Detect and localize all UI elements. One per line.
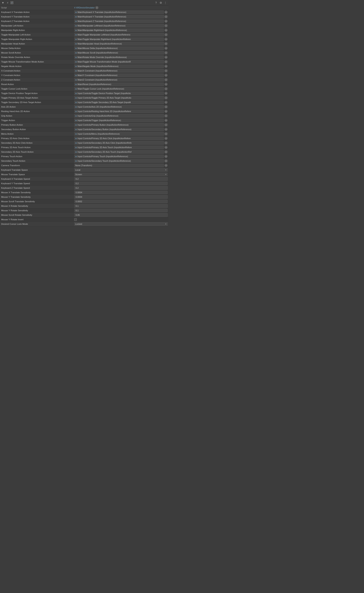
action-ref-box[interactable]: ⊕Main/Mouse Scroll (InputActionReference… <box>74 51 164 54</box>
overflow-icon[interactable]: ⋮ <box>164 1 167 5</box>
action-ref-box[interactable]: ⊕Main/X Constraint (InputActionReference… <box>74 69 164 73</box>
action-ref-box[interactable]: ⊕Input Controls/Primary 2D Axis Touch (I… <box>74 146 164 149</box>
table-row: Rotate Mode Override Action⊕Main/Rotate … <box>0 55 168 60</box>
row-value: ⊕Input Controls/Trigger (InputActionRefe… <box>73 118 168 122</box>
circle-select-btn[interactable]: ◎ <box>164 128 168 131</box>
circle-select-btn[interactable]: ◎ <box>164 146 168 149</box>
action-ref-box[interactable]: ⊕Main/Mouse Delta (InputActionReference) <box>74 47 164 50</box>
action-ref-box[interactable]: ⊕Main/Manipulate RightHand (InputActionR… <box>74 28 164 32</box>
circle-select-btn[interactable]: ◎ <box>164 74 168 77</box>
circle-select-btn[interactable]: ◎ <box>164 92 168 95</box>
circle-select-btn[interactable]: ◎ <box>164 60 168 63</box>
circle-select-btn[interactable]: ◎ <box>164 20 168 23</box>
table-row: Mouse Translate SpaceScreen▼ <box>0 172 168 177</box>
circle-select-btn[interactable]: ◎ <box>164 83 168 86</box>
action-ref-box[interactable]: ⊕Input Controls/Grip (InputActionReferen… <box>74 114 164 118</box>
circle-select-btn[interactable]: ◎ <box>164 132 168 135</box>
action-ref-box[interactable]: ⊕Input Controls/Secondary 2D Axis Touch … <box>74 150 164 154</box>
settings-icon[interactable]: ⚙ <box>159 1 162 5</box>
select-field[interactable]: Screen▼ <box>74 173 168 176</box>
circle-select-btn[interactable]: ◎ <box>164 155 168 158</box>
action-ref-box[interactable]: ⊕Input Controls/Toggle Device Position T… <box>74 92 164 95</box>
circle-select-btn[interactable]: ◎ <box>164 114 168 117</box>
action-ref-box[interactable]: ⊕Input Controls/Secondary 2D Axis Click … <box>74 141 164 145</box>
action-ref-box[interactable]: ⊕Main/Toggle Manipulate LeftHand (InputA… <box>74 33 164 36</box>
circle-select-btn[interactable]: ◎ <box>164 51 168 54</box>
circle-select-btn[interactable]: ◎ <box>164 15 168 18</box>
action-ref-box[interactable]: ⊕Main/Rotate Mode Override (InputActionR… <box>74 55 164 59</box>
circle-select-btn[interactable]: ◎ <box>95 6 98 9</box>
number-field[interactable]: 0.2 <box>74 182 168 185</box>
circle-select-btn[interactable]: ◎ <box>164 24 168 27</box>
action-ref-box[interactable]: ⊕Main/Z Constraint (InputActionReference… <box>74 78 164 81</box>
circle-select-btn[interactable]: ◎ <box>164 101 168 104</box>
circle-select-btn[interactable]: ◎ <box>164 11 168 14</box>
action-ref-box[interactable]: ⊕Input Controls/Resting Hand Axis 2D (In… <box>74 110 164 113</box>
circle-select-btn[interactable]: ◎ <box>164 42 168 45</box>
action-ref-box[interactable]: ⊕Input Controls/Trigger (InputActionRefe… <box>74 119 164 122</box>
action-ref-box[interactable]: ⊕Input Controls/Toggle Primary 2D Axis T… <box>74 96 164 100</box>
action-ref-box[interactable]: ⊕Main/Toggle Manipulate RightHand (Input… <box>74 37 164 41</box>
circle-select-btn[interactable]: ◎ <box>164 56 168 59</box>
circle-select-btn[interactable]: ◎ <box>164 110 168 113</box>
number-field[interactable]: 0.0004 <box>74 191 168 194</box>
circle-select-btn[interactable]: ◎ <box>164 119 168 122</box>
help-icon[interactable]: ? <box>154 1 158 5</box>
number-field[interactable]: 0.2 <box>74 186 168 190</box>
none-ref-box[interactable]: None (Transform) <box>74 164 164 167</box>
action-ref-icon: ⊕ <box>75 110 77 113</box>
action-ref-box[interactable]: ⊕Input Controls/Axis 2D (InputActionRefe… <box>74 105 164 109</box>
number-field[interactable]: 0.0004 <box>74 195 168 199</box>
circle-select-btn[interactable]: ◎ <box>164 137 168 140</box>
circle-select-btn[interactable]: ◎ <box>164 29 168 32</box>
circle-select-btn[interactable]: ◎ <box>164 96 168 99</box>
select-field[interactable]: Locked▼ <box>74 222 168 226</box>
action-ref-box[interactable]: ⊕Main/Keyboard Z Translate (InputActionR… <box>74 20 164 23</box>
action-ref-box[interactable]: ⊕Input Controls/Primary 2D Axis Click (I… <box>74 137 164 140</box>
action-ref-box[interactable]: ⊕Input Controls/Primary Button (InputAct… <box>74 123 164 127</box>
action-ref-text: Input Controls/Menu (InputActionReferenc… <box>78 133 163 135</box>
circle-select-btn[interactable]: ◎ <box>164 47 168 50</box>
circle-select-btn[interactable]: ◎ <box>164 159 168 162</box>
circle-select-btn[interactable]: ◎ <box>164 123 168 127</box>
row-value: Screen▼ <box>73 172 168 177</box>
action-ref-box[interactable]: ⊕Main/Keyboard X Translate (InputActionR… <box>74 10 164 14</box>
action-ref-box[interactable]: ⊕Main/Manipulate LeftHand (InputActionRe… <box>74 24 164 27</box>
checkbox-field[interactable] <box>74 218 77 221</box>
action-ref-box[interactable]: ⊕Main/Y Constraint (InputActionReference… <box>74 73 164 77</box>
row-value: ⊕Main/Keyboard X Translate (InputActionR… <box>73 10 168 14</box>
action-ref-box[interactable]: ⊕Main/Keyboard Y Translate (InputActionR… <box>74 15 164 18</box>
action-ref-box[interactable]: ⊕Input Controls/Primary Touch (InputActi… <box>74 155 164 158</box>
enabled-checkbox[interactable] <box>11 1 13 4</box>
table-row: Mouse Scroll Action⊕Main/Mouse Scroll (I… <box>0 51 168 55</box>
table-row: Y Constraint Action⊕Main/Y Constraint (I… <box>0 73 168 78</box>
action-ref-box[interactable]: ⊕Main/Negate Mode (InputActionReference) <box>74 65 164 68</box>
circle-select-btn[interactable]: ◎ <box>164 69 168 72</box>
circle-select-btn[interactable]: ◎ <box>164 78 168 81</box>
action-ref-box[interactable]: ⊕Input Controls/Secondary Touch (InputAc… <box>74 159 164 163</box>
action-ref-box[interactable]: ⊕Main/Reset (InputActionReference) <box>74 82 164 86</box>
number-field[interactable]: 0.1 <box>74 204 168 208</box>
select-field[interactable]: Local▼ <box>74 168 168 172</box>
circle-select-btn[interactable]: ◎ <box>164 141 168 144</box>
action-ref-box[interactable]: ⊕Main/Toggle Mouse Transformation Mode (… <box>74 60 164 64</box>
circle-select-btn[interactable]: ◎ <box>164 33 168 36</box>
collapse-arrow[interactable]: ▼ <box>1 1 5 5</box>
row-value: 0.0004 <box>73 190 168 195</box>
number-field[interactable]: 0.05 <box>74 213 168 217</box>
circle-select-btn[interactable]: ◎ <box>164 87 168 90</box>
number-field[interactable]: 0.1 <box>74 209 168 212</box>
action-ref-text: Main/Mouse Delta (InputActionReference) <box>78 47 163 49</box>
action-ref-box[interactable]: ⊕Main/Manipulate Head (InputActionRefere… <box>74 42 164 46</box>
number-field[interactable]: 0.2 <box>74 177 168 181</box>
number-field[interactable]: 0.0002 <box>74 200 168 203</box>
circle-select-btn[interactable]: ◎ <box>164 38 168 41</box>
action-ref-box[interactable]: ⊕Input Controls/Toggle Secondary 2D Axis… <box>74 100 164 104</box>
circle-select-btn[interactable]: ◎ <box>164 65 168 68</box>
action-ref-box[interactable]: ⊕Input Controls/Secondary Button (InputA… <box>74 127 164 131</box>
action-ref-box[interactable]: ⊕Main/Toggle Cursor Lock (InputActionRef… <box>74 87 164 91</box>
circle-select-btn[interactable]: ◎ <box>164 164 168 167</box>
action-ref-box[interactable]: ⊕Input Controls/Menu (InputActionReferen… <box>74 132 164 136</box>
circle-select-btn[interactable]: ◎ <box>164 105 168 108</box>
circle-select-btn[interactable]: ◎ <box>164 150 168 153</box>
